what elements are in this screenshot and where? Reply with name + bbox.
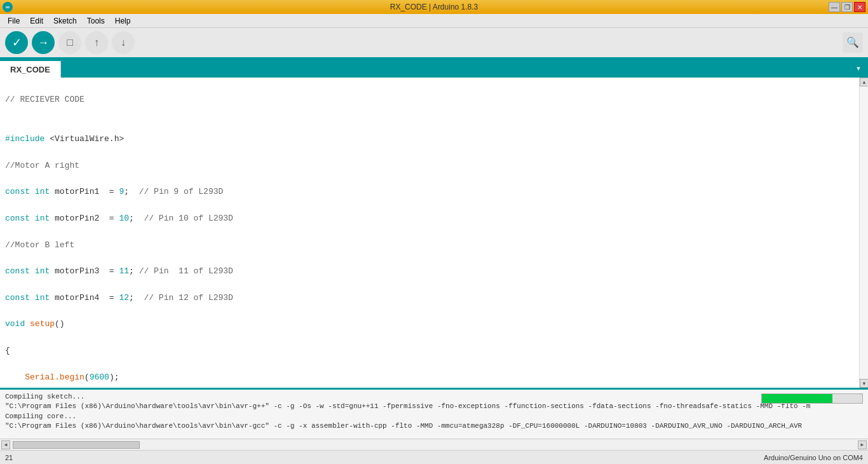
menu-bar: File Edit Sketch Tools Help [0, 14, 868, 28]
menu-edit[interactable]: Edit [25, 15, 48, 27]
scroll-down-arrow[interactable]: ▼ [860, 379, 868, 388]
code-editor[interactable]: // RECIEVER CODE #include <VirtualWire.h… [0, 78, 859, 388]
scroll-up-arrow[interactable]: ▲ [860, 78, 868, 86]
menu-file[interactable]: File [3, 15, 25, 27]
main-area: // RECIEVER CODE #include <VirtualWire.h… [0, 78, 868, 388]
tab-dropdown[interactable]: ▾ [849, 58, 868, 78]
window-title: RX_CODE | Arduino 1.8.3 [0, 3, 868, 11]
maximize-button[interactable]: ❐ [841, 2, 853, 12]
console-line3: "C:\Program Files (x86)\Arduino\hardware… [5, 421, 863, 431]
console-line1: "C:\Program Files (x86)\Arduino\hardware… [5, 402, 863, 411]
upload-button[interactable]: → [32, 31, 55, 54]
menu-tools[interactable]: Tools [82, 15, 110, 27]
progress-bar [762, 394, 832, 403]
menu-help[interactable]: Help [110, 15, 136, 27]
horizontal-scrollbar[interactable]: ◀ ▶ [0, 439, 868, 450]
progress-bar-container [761, 393, 863, 404]
toolbar: ✓ → □ ↑ ↓ 🔍 [0, 28, 868, 58]
scroll-right-arrow[interactable]: ▶ [858, 440, 867, 449]
open-button[interactable]: ↑ [85, 31, 108, 54]
close-button[interactable]: ✕ [854, 2, 865, 12]
new-button[interactable]: □ [58, 31, 81, 54]
console-output: Compiling sketch... "C:\Program Files (x… [0, 388, 868, 439]
verify-button[interactable]: ✓ [5, 31, 28, 54]
status-bar: 21 Arduino/Genuino Uno on COM4 [0, 450, 868, 464]
search-button[interactable]: 🔍 [843, 32, 863, 53]
console-compiling: Compiling sketch... [5, 392, 863, 402]
tab-rx-code[interactable]: RX_CODE [0, 61, 61, 78]
app-icon: ∞ [3, 2, 13, 12]
title-bar-left: ∞ [3, 2, 13, 12]
vertical-scrollbar[interactable]: ▲ ▼ [859, 78, 868, 388]
board-status: Arduino/Genuino Uno on COM4 [764, 454, 863, 461]
save-button[interactable]: ↓ [112, 31, 135, 54]
console-line2: Compiling core... [5, 412, 863, 421]
title-bar: ∞ RX_CODE | Arduino 1.8.3 — ❐ ✕ [0, 0, 868, 14]
window-controls: — ❐ ✕ [829, 2, 865, 12]
code-content: // RECIEVER CODE #include <VirtualWire.h… [0, 78, 859, 388]
h-scroll-thumb[interactable] [13, 441, 140, 449]
scroll-left-arrow[interactable]: ◀ [1, 440, 10, 449]
menu-sketch[interactable]: Sketch [48, 15, 82, 27]
cursor-position: 21 [5, 454, 13, 461]
minimize-button[interactable]: — [829, 2, 840, 12]
scroll-track[interactable] [860, 86, 868, 379]
tab-bar: RX_CODE ▾ [0, 58, 868, 78]
